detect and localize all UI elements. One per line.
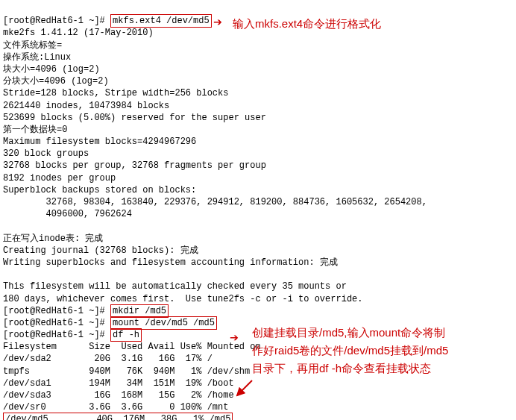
df-row-sr0: /dev/sr0 3.6G 3.6G 0 100% /mnt xyxy=(3,402,228,413)
out-autochk2: 180 days, whichever comes first. Use tun… xyxy=(3,294,362,304)
df-header: Filesystem Size Used Avail Use% Mounted … xyxy=(3,342,261,352)
out-reserved: 523699 blocks (5.00%) reserved for the s… xyxy=(3,113,266,123)
df-row-sda3: /dev/sda3 16G 168M 15G 2% /home xyxy=(3,390,234,401)
svg-line-0 xyxy=(237,380,252,395)
out-firstdata: 第一个数据块=0 xyxy=(3,125,67,135)
shell-prompt: [root@RedHat6-1 ~]# xyxy=(3,306,110,316)
out-bpg: 32768 blocks per group, 32768 fragments … xyxy=(3,160,266,171)
cmd-mkfs[interactable]: mkfs.ext4 /dev/md5 xyxy=(113,16,210,26)
out-journal: Creating journal (32768 blocks): 完成 xyxy=(3,245,198,256)
arrow-svg xyxy=(233,379,255,401)
out-mke2fs: mke2fs 1.41.12 (17-May-2010) xyxy=(3,28,154,38)
out-os: 操作系统:Linux xyxy=(3,52,71,63)
out-fsize: 分块大小=4096 (log=2) xyxy=(3,76,109,87)
df-row-sda1: /dev/sda1 194M 34M 151M 19% /boot xyxy=(3,378,234,389)
out-bsize: 块大小=4096 (log=2) xyxy=(3,64,100,75)
df-row-tmpfs: tmpfs 940M 76K 940M 1% /dev/shm xyxy=(3,366,250,377)
df-row-md5-box: /dev/md5 40G 176M 38G 1% /md5 xyxy=(3,413,233,420)
out-sb-hdr: Superblock backups stored on blocks: xyxy=(3,185,196,195)
out-writing-sb: Writing superblocks and filesystem accou… xyxy=(3,257,338,268)
out-sb1: 32768, 98304, 163840, 229376, 294912, 81… xyxy=(3,197,427,207)
out-fslabel: 文件系统标签= xyxy=(3,40,62,51)
out-sb2: 4096000, 7962624 xyxy=(3,209,132,219)
cmd-mount[interactable]: mount /dev/md5 /md5 xyxy=(113,318,215,328)
cmd-df[interactable]: df -h xyxy=(113,330,139,340)
cmd-df-box: df -h xyxy=(110,328,142,342)
df-row-md5: /dev/md5 40G 176M 38G 1% /md5 xyxy=(5,414,230,420)
out-autochk1: This filesystem will be automatically ch… xyxy=(3,281,347,292)
cmd-mkfs-box: mkfs.ext4 /dev/md5 xyxy=(110,14,212,28)
out-ipg: 8192 inodes per group xyxy=(3,173,116,184)
out-groups: 320 block groups xyxy=(3,148,89,159)
df-row-sda2: /dev/sda2 20G 3.1G 16G 17% / xyxy=(3,354,213,364)
shell-prompt: [root@RedHat6-1 ~]# xyxy=(3,16,110,26)
cmd-mkdir[interactable]: mkdir /md5 xyxy=(113,306,166,316)
out-inodes: 2621440 inodes, 10473984 blocks xyxy=(3,101,169,111)
shell-prompt: [root@RedHat6-1 ~]# xyxy=(3,330,110,340)
out-stride: Stride=128 blocks, Stripe width=256 bloc… xyxy=(3,88,228,98)
terminal-output: [root@RedHat6-1 ~]# mkfs.ext4 /dev/md5 m… xyxy=(3,3,516,420)
out-writing-inode: 正在写入inode表: 完成 xyxy=(3,233,103,244)
shell-prompt: [root@RedHat6-1 ~]# xyxy=(3,318,110,328)
out-maxfs: Maximum filesystem blocks=4294967296 xyxy=(3,137,196,147)
